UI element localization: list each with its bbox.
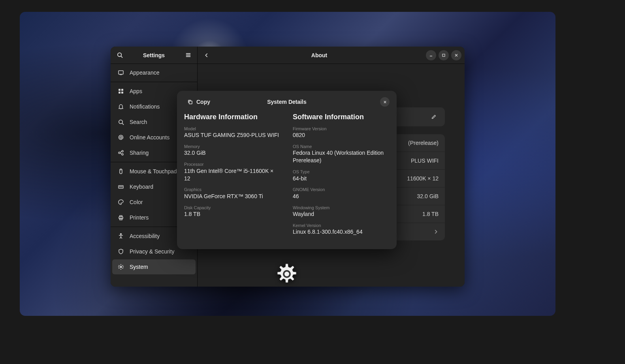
svg-point-28: [120, 234, 122, 235]
dialog-header: Copy System Details: [184, 96, 390, 107]
detail-os-name: OS Name Fedora Linux 40 (Workstation Edi…: [293, 144, 390, 164]
search-icon: [118, 119, 124, 125]
sidebar-title: Settings: [128, 52, 180, 58]
maximize-button[interactable]: [439, 50, 449, 60]
main-title: About: [213, 52, 426, 58]
svg-point-24: [122, 187, 122, 187]
software-heading: Software Information: [293, 113, 390, 121]
detail-windowing: Windowing System Wayland: [293, 205, 390, 218]
sidebar-item-label: Mouse & Touchpad: [130, 168, 177, 174]
close-button[interactable]: [451, 50, 461, 60]
accessibility-icon: [118, 233, 124, 239]
share-icon: [118, 150, 124, 156]
svg-rect-34: [189, 101, 192, 104]
detail-graphics: Graphics NVIDIA GeForce RTX™ 3060 Ti: [184, 187, 281, 200]
sidebar-item-label: System: [130, 264, 148, 270]
minimize-button[interactable]: [426, 50, 436, 60]
hamburger-icon: [185, 52, 191, 58]
keyboard-icon: [118, 184, 124, 190]
svg-line-12: [122, 123, 124, 125]
edit-hostname-button[interactable]: [428, 111, 439, 122]
svg-point-22: [120, 187, 120, 187]
system-details-dialog: Copy System Details Hardware Information…: [177, 91, 397, 249]
bell-icon: [118, 103, 124, 110]
sidebar-item-label: Apps: [130, 88, 142, 94]
svg-rect-9: [119, 92, 120, 94]
sidebar-item-label: Accessibility: [130, 233, 160, 239]
dialog-title: System Details: [194, 99, 380, 105]
svg-rect-27: [120, 218, 122, 220]
detail-os-type: OS Type 64-bit: [293, 169, 390, 182]
svg-point-38: [284, 272, 289, 276]
svg-rect-8: [121, 89, 123, 91]
copy-icon: [187, 99, 193, 105]
back-button[interactable]: [201, 49, 213, 61]
detail-model: Model ASUS TUF GAMING Z590-PLUS WIFI: [184, 126, 281, 139]
sidebar-item-appearance[interactable]: Appearance: [112, 65, 196, 80]
search-icon: [117, 52, 123, 58]
svg-rect-10: [121, 92, 123, 94]
sidebar-item-label: Keyboard: [130, 184, 153, 190]
dock-settings-icon[interactable]: [276, 263, 298, 285]
svg-rect-26: [120, 216, 122, 217]
svg-line-18: [120, 153, 122, 154]
gear-icon: [118, 264, 124, 270]
sidebar-item-system[interactable]: System: [112, 259, 196, 274]
sidebar-item-label: Notifications: [130, 103, 160, 110]
hardware-heading: Hardware Information: [184, 113, 281, 121]
detail-firmware: Firmware Version 0820: [293, 126, 390, 139]
info-value: 32.0 GiB: [417, 193, 439, 199]
info-value: 1.8 TB: [422, 211, 439, 217]
gear-icon: [276, 263, 298, 285]
info-value: (Prerelease): [408, 140, 439, 146]
mouse-icon: [118, 168, 124, 174]
appearance-icon: [118, 69, 124, 76]
dialog-columns: Hardware Information Model ASUS TUF GAMI…: [184, 113, 390, 240]
dialog-close-button[interactable]: [380, 97, 390, 107]
svg-point-29: [120, 266, 122, 268]
sidebar-item-label: Sharing: [130, 150, 149, 156]
close-icon: [454, 53, 458, 57]
sidebar-item-label: Appearance: [130, 69, 160, 76]
detail-gnome: GNOME Version 46: [293, 187, 390, 200]
detail-kernel: Kernel Version Linux 6.8.1-300.fc40.x86_…: [293, 223, 390, 236]
maximize-icon: [442, 53, 446, 57]
sidebar-item-label: Search: [130, 119, 147, 125]
sidebar-item-label: Printers: [130, 214, 149, 221]
svg-rect-31: [442, 54, 445, 56]
svg-point-0: [117, 53, 121, 56]
detail-disk: Disk Capacity 1.8 TB: [184, 205, 281, 218]
window-controls: [426, 50, 461, 60]
info-value: 11600K × 12: [407, 175, 439, 182]
sidebar-header: Settings: [111, 47, 197, 64]
sidebar-item-label: Color: [130, 199, 143, 205]
pencil-icon: [431, 114, 437, 120]
palette-icon: [118, 199, 124, 205]
svg-point-16: [122, 154, 123, 155]
svg-rect-7: [119, 89, 120, 91]
detail-processor: Processor 11th Gen Intel® Core™ i5-11600…: [184, 161, 281, 182]
close-icon: [383, 100, 387, 104]
hardware-column: Hardware Information Model ASUS TUF GAMI…: [184, 113, 281, 240]
main-header: About: [198, 47, 465, 64]
svg-point-14: [119, 152, 120, 154]
search-button[interactable]: [114, 49, 126, 61]
chevron-left-icon: [204, 53, 209, 58]
info-value: PLUS WIFI: [411, 158, 439, 164]
sidebar-item-label: Privacy & Security: [130, 248, 175, 255]
chevron-right-icon: [433, 229, 439, 235]
svg-line-17: [120, 152, 122, 152]
svg-point-11: [119, 120, 122, 123]
shield-icon: [118, 248, 124, 255]
software-column: Software Information Firmware Version 08…: [293, 113, 390, 240]
svg-point-23: [121, 187, 121, 187]
apps-icon: [118, 88, 124, 94]
svg-line-1: [121, 56, 122, 58]
sidebar-item-label: Online Accounts: [130, 134, 169, 141]
detail-memory: Memory 32.0 GiB: [184, 144, 281, 157]
svg-rect-5: [119, 71, 123, 74]
svg-rect-6: [120, 75, 122, 75]
menu-button[interactable]: [182, 49, 194, 61]
desktop-wallpaper: Settings Appearance Apps: [20, 12, 555, 316]
svg-point-15: [122, 150, 123, 152]
